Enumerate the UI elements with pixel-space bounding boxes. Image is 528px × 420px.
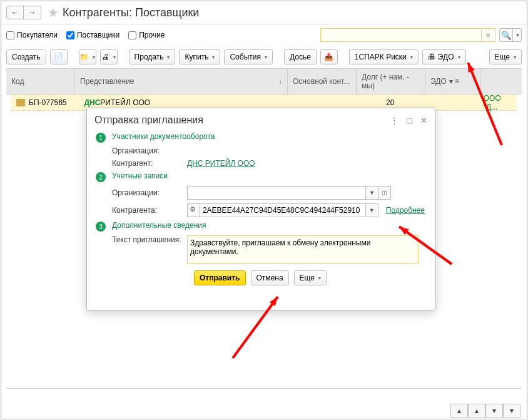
scroll-top-button[interactable]: ▴ [450, 404, 468, 417]
row-extra: ООО "Д... [484, 94, 512, 111]
create-button[interactable]: Создать [6, 49, 46, 64]
row-name-rest: РИТЕЙЛ ООО [100, 98, 150, 107]
dialog-maximize-button[interactable]: ◻ [406, 116, 413, 125]
counterparty-account-dropdown-button[interactable]: ▼ [366, 203, 378, 217]
org-label: Организация: [112, 146, 187, 155]
filter-others-label: Прочие [139, 31, 165, 39]
filter-buyers-checkbox[interactable]: Покупатели [6, 31, 58, 39]
org-accounts-label: Организации: [112, 188, 187, 197]
column-code-header[interactable]: Код [6, 69, 75, 94]
search-clear-button[interactable]: × [482, 28, 495, 42]
org-accounts-dropdown-button[interactable]: ▼ [366, 186, 378, 200]
nav-forward-button[interactable]: → [24, 6, 41, 19]
section-3-title: Дополнительные сведения [112, 221, 206, 230]
events-button[interactable]: События▾ [224, 49, 273, 64]
scroll-bottom-button[interactable]: ▾ [503, 404, 520, 417]
org-accounts-input[interactable] [187, 186, 366, 200]
export-button[interactable]: 📤 [320, 49, 338, 64]
column-name-header[interactable]: Представление↓ [75, 69, 288, 94]
buy-button[interactable]: Купить▾ [179, 49, 220, 64]
row-name-prefix: ДНС [84, 98, 100, 107]
search-dropdown-button[interactable]: ▼ [513, 28, 522, 42]
invite-text-textarea[interactable] [187, 235, 419, 264]
print-button[interactable]: 🖨▾ [100, 49, 118, 64]
counterparty-account-input[interactable] [200, 203, 366, 217]
counterparty-link[interactable]: ДНС РИТЕЙЛ ООО [187, 159, 255, 168]
wrench-icon [187, 203, 200, 217]
invite-dialog: Отправка приглашения ⋮ ◻ ✕ 1 Участники д… [86, 108, 435, 310]
section-2-title: Учетные записи [112, 172, 168, 180]
edo-button[interactable]: 🖶 ЭДО▾ [422, 49, 466, 64]
cancel-button[interactable]: Отмена [251, 270, 289, 285]
filter-suppliers-checkbox[interactable]: Поставщики [66, 31, 119, 39]
column-debt-header[interactable]: Долг (+ нам, - мы) [357, 69, 425, 94]
step-2-badge: 2 [96, 172, 106, 182]
dialog-title: Отправка приглашения [94, 115, 203, 126]
folder-button[interactable]: 📁▾ [79, 49, 96, 64]
filter-buyers-label: Покупатели [17, 31, 58, 39]
column-maincont-header[interactable]: Основной конт... [288, 69, 357, 94]
scroll-up-button[interactable]: ▴ [468, 404, 485, 417]
page-title: Контрагенты: Поставщики [63, 6, 199, 19]
search-button[interactable]: 🔍 [499, 28, 513, 42]
dialog-close-button[interactable]: ✕ [420, 116, 427, 125]
spark-risks-button[interactable]: 1СПАРК Риски▾ [349, 49, 419, 64]
sort-asc-icon: ↓ [278, 77, 282, 86]
nav-back-button[interactable]: ← [6, 6, 24, 19]
row-debt: 20 [386, 98, 394, 107]
send-button[interactable]: Отправить [194, 270, 245, 285]
column-edo-header[interactable]: ЭДО ▾ ≡ [425, 69, 480, 94]
scroll-down-button[interactable]: ▾ [485, 404, 503, 417]
dossier-button[interactable]: Досье [284, 49, 317, 64]
edo-col-caret-icon: ▾ ≡ [449, 77, 459, 86]
step-3-badge: 3 [96, 222, 106, 232]
org-accounts-open-button[interactable]: ◫ [378, 186, 391, 200]
invite-text-label: Текст приглашения: [112, 235, 187, 244]
item-icon [16, 99, 25, 106]
toolbar-more-button[interactable]: Еще▾ [489, 49, 522, 64]
dialog-menu-button[interactable]: ⋮ [390, 116, 399, 125]
step-1-badge: 1 [96, 133, 106, 143]
section-1-title: Участники документооборота [112, 132, 215, 141]
copy-button[interactable]: 📄 [50, 49, 68, 64]
favorite-star-icon[interactable]: ★ [48, 5, 59, 20]
filter-others-checkbox[interactable]: Прочие [128, 31, 165, 39]
sell-button[interactable]: Продать▾ [129, 49, 176, 64]
search-input[interactable] [320, 28, 482, 42]
filter-suppliers-label: Поставщики [77, 31, 119, 39]
counterparty-accounts-label: Контрагента: [112, 206, 187, 215]
counterparty-label: Контрагент: [112, 159, 187, 168]
more-details-link[interactable]: Подробнее [386, 206, 425, 215]
dialog-more-button[interactable]: Еще▾ [294, 270, 327, 285]
row-code: БП-077565 [29, 98, 67, 107]
